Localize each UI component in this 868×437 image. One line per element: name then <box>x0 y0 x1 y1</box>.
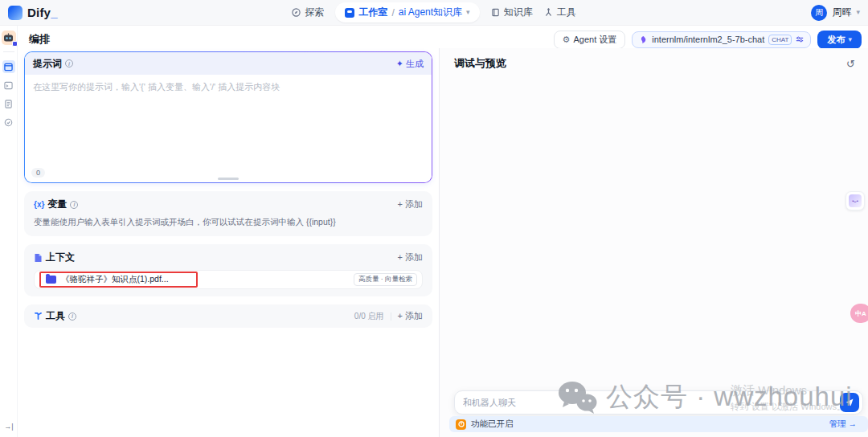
kaomoji-face-icon: •ᴗ• <box>849 194 862 207</box>
folder-icon <box>46 276 56 284</box>
model-selector[interactable]: internlm/internlm2_5-7b-chat CHAT <box>632 31 811 48</box>
features-icon <box>456 419 466 430</box>
compass-icon <box>292 8 301 17</box>
nav-item-tools[interactable]: 工具 <box>544 6 576 19</box>
dify-logo-text: Dify_ <box>27 6 58 19</box>
info-icon[interactable]: i <box>65 59 73 67</box>
agent-settings-label: Agent 设置 <box>573 34 616 46</box>
chevron-down-icon: ▾ <box>856 9 860 16</box>
generate-label: 生成 <box>406 58 424 70</box>
user-menu[interactable]: 周 周晖 ▾ <box>715 5 860 21</box>
sticker-button[interactable]: •ᴗ• <box>845 191 865 210</box>
page-header: 编排 ⚙ Agent 设置 internlm/internlm2_5-7b-ch… <box>18 29 868 50</box>
tools-header-right: 0/0 启用 + 添加 <box>354 310 423 322</box>
rail-item-logs[interactable] <box>2 97 15 110</box>
rail-item-orchestrate[interactable] <box>2 60 15 73</box>
reset-chat-icon[interactable]: ↺ <box>846 58 855 70</box>
current-app-name: ai Agent知识库 <box>399 6 462 19</box>
add-tool-button[interactable]: + 添加 <box>398 310 423 322</box>
context-header: 上下文 + 添加 <box>34 251 423 264</box>
resize-handle[interactable] <box>218 178 239 180</box>
tools-icon <box>544 8 553 17</box>
nav-item-studio-label: 工作室 <box>358 6 387 19</box>
nav-item-knowledge[interactable]: 知识库 <box>491 6 533 19</box>
book-icon <box>491 8 500 17</box>
context-section: 上下文 + 添加 《骆驼祥子》知识点(1).pdf... 高质量 · 向量检索 <box>24 244 432 296</box>
add-context-button[interactable]: + 添加 <box>398 251 423 263</box>
prompt-title-label: 提示词 <box>33 57 62 71</box>
model-provider-icon <box>639 35 648 44</box>
model-name: internlm/internlm2_5-7b-chat <box>652 35 764 44</box>
context-file-row[interactable]: 《骆驼祥子》知识点(1).pdf... 高质量 · 向量检索 <box>34 270 423 289</box>
tools-header: 工具 i 0/0 启用 + 添加 <box>34 309 423 323</box>
dify-logo-icon <box>8 6 23 20</box>
nav-item-label: 探索 <box>305 6 324 19</box>
left-icon-rail: →| <box>0 26 18 437</box>
chat-input[interactable] <box>463 398 840 407</box>
prompt-textarea[interactable] <box>25 75 432 182</box>
divider <box>391 312 391 321</box>
publish-label: 发布 <box>827 34 845 46</box>
add-variable-button[interactable]: + 添加 <box>398 198 423 210</box>
logs-icon <box>4 100 13 108</box>
debug-title: 调试与预览 <box>454 56 506 71</box>
dify-logo[interactable]: Dify_ <box>8 6 153 20</box>
publish-button[interactable]: 发布 ▾ <box>817 31 862 49</box>
sparkle-icon: ✦ <box>396 59 403 69</box>
context-file-highlight-box: 《骆驼祥子》知识点(1).pdf... <box>39 272 198 288</box>
chevron-down-icon: ▾ <box>466 9 470 16</box>
rail-item-annotations[interactable] <box>2 116 15 129</box>
variables-section: {x} 变量 i + 添加 变量能使用户输入表单引入提示词或开场白，你可以试试在… <box>24 191 432 236</box>
features-enabled-label: 功能已开启 <box>471 419 514 430</box>
wrench-icon <box>34 312 43 321</box>
prompt-editor: 0 <box>25 75 432 182</box>
rail-item-api[interactable] <box>2 79 15 92</box>
page-title: 编排 <box>29 32 50 47</box>
orchestrate-icon <box>4 63 13 71</box>
tools-title-label: 工具 <box>46 309 65 323</box>
app-avatar[interactable] <box>2 31 16 45</box>
manage-features-link[interactable]: 管理 → <box>829 419 857 430</box>
features-bar: 功能已开启 管理 → <box>449 416 868 432</box>
main-nav: 探索 工作室 / ai Agent知识库 ▾ 知识库 工具 <box>153 2 715 22</box>
orchestrate-panel: 提示词 i ✦ 生成 0 {x} 变量 i <box>24 51 432 328</box>
prompt-section: 提示词 i ✦ 生成 0 <box>24 51 432 183</box>
translate-button[interactable]: 中A <box>850 304 868 323</box>
retrieval-mode-badge: 高质量 · 向量检索 <box>354 273 417 286</box>
variables-title-label: 变量 <box>47 198 67 211</box>
sliders-icon <box>796 35 804 43</box>
gear-icon: ⚙ <box>563 35 571 45</box>
variable-braces-icon: {x} <box>34 200 44 209</box>
expand-sidebar-icon[interactable]: →| <box>0 423 18 431</box>
rail-divider <box>3 51 14 52</box>
features-left: 功能已开启 <box>456 419 514 430</box>
variables-description: 变量能使用户输入表单引入提示词或开场白，你可以试试在提示词中输入 {{input… <box>34 217 423 228</box>
nav-pill-studio-current-app[interactable]: 工作室 / ai Agent知识库 ▾ <box>335 2 479 22</box>
generate-button[interactable]: ✦ 生成 <box>396 58 424 70</box>
studio-app-icon <box>345 8 354 18</box>
context-file-name: 《骆驼祥子》知识点(1).pdf... <box>61 274 169 285</box>
chevron-down-icon: ▾ <box>848 36 852 43</box>
app-mode-badge <box>12 41 18 47</box>
nav-item-label: 工具 <box>557 6 576 19</box>
prompt-title: 提示词 i <box>33 57 73 71</box>
send-icon <box>845 398 854 407</box>
context-title-label: 上下文 <box>46 251 75 264</box>
dify-app-window: Dify_ 探索 工作室 / ai Agent知识库 ▾ 知识库 工具 <box>0 0 868 437</box>
context-title: 上下文 <box>34 251 75 264</box>
nav-item-explore[interactable]: 探索 <box>292 6 324 19</box>
annotation-icon <box>4 118 13 127</box>
send-button[interactable] <box>840 393 859 412</box>
user-name: 周晖 <box>832 6 851 19</box>
debug-panel: 调试与预览 ↺ 功能已开启 管理 → <box>439 48 868 437</box>
breadcrumb-separator: / <box>391 7 394 18</box>
context-document-icon <box>34 253 43 263</box>
agent-settings-button[interactable]: ⚙ Agent 设置 <box>554 31 626 49</box>
model-type-badge: CHAT <box>768 35 792 45</box>
variables-title: {x} 变量 i <box>34 198 78 211</box>
info-icon[interactable]: i <box>70 201 78 209</box>
tools-enabled-count: 0/0 启用 <box>354 311 384 322</box>
top-navbar: Dify_ 探索 工作室 / ai Agent知识库 ▾ 知识库 工具 <box>0 0 868 26</box>
nav-item-label: 知识库 <box>504 6 533 19</box>
info-icon[interactable]: i <box>68 312 76 321</box>
